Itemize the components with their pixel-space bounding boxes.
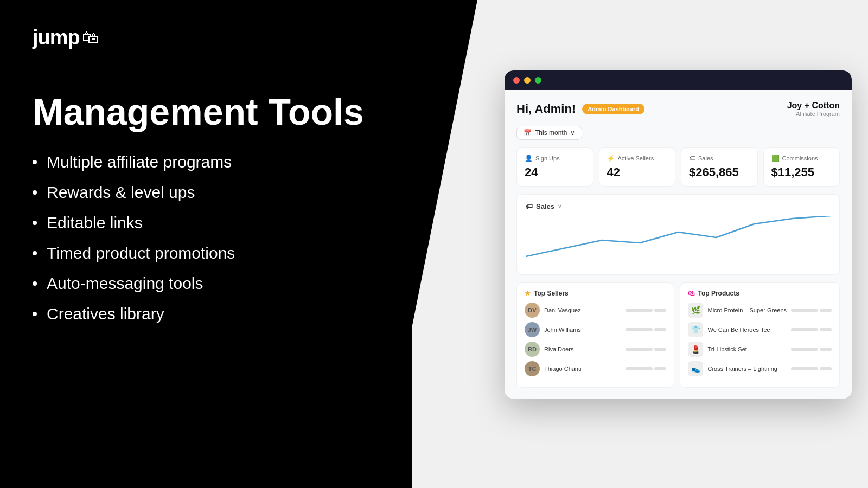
stat-label: 👤 Sign Ups xyxy=(525,155,585,162)
chevron-down-icon: ∨ xyxy=(570,129,575,137)
stat-label-text: Active Sellers xyxy=(618,155,654,162)
bar-long xyxy=(791,348,818,351)
chart-section: 🏷 Sales ∨ xyxy=(516,194,840,275)
product-avatar: 👟 xyxy=(688,361,703,376)
stat-label: 🟩 Commissions xyxy=(771,155,832,162)
top-products-label: Top Products xyxy=(698,290,739,297)
bar-short xyxy=(820,328,832,331)
chart-chevron: ∨ xyxy=(558,203,561,209)
bar-short xyxy=(654,309,666,312)
bar-long xyxy=(791,328,818,331)
stat-label: ⚡ Active Sellers xyxy=(607,155,668,162)
list-item: 👟 Cross Trainers – Lightning xyxy=(688,361,832,376)
stat-value: 24 xyxy=(525,165,585,179)
feature-text: Rewards & level ups xyxy=(47,183,195,202)
brand-name: Joy + Cotton xyxy=(787,101,840,111)
bar-long xyxy=(626,328,653,331)
feature-text: Creatives library xyxy=(47,305,164,323)
chart-label: Sales xyxy=(536,202,554,210)
feature-item: Timed product promotions xyxy=(33,244,380,262)
close-dot xyxy=(513,77,520,84)
item-bars xyxy=(626,367,666,370)
header-left: Hi, Admin! Admin Dashboard xyxy=(516,102,644,116)
product-name: We Can Be Heroes Tee xyxy=(707,326,787,333)
seller-name: Thiago Chanti xyxy=(544,365,621,372)
bullet-dot xyxy=(33,160,37,164)
seller-name: John Williams xyxy=(544,326,621,333)
feature-text: Editable links xyxy=(47,214,143,232)
item-bars xyxy=(791,348,832,351)
item-bars xyxy=(791,309,832,312)
bar-short xyxy=(654,328,666,331)
stat-card: 👤 Sign Ups 24 xyxy=(516,147,593,187)
product-name: Cross Trainers – Lightning xyxy=(707,365,787,372)
stat-value: $265,865 xyxy=(689,165,750,179)
avatar: DV xyxy=(525,303,540,318)
product-avatar: 💄 xyxy=(688,342,703,357)
top-products-section: 🛍 Top Products 🌿 Micro Protein – Super G… xyxy=(680,282,840,388)
product-name: Micro Protein – Super Greens xyxy=(707,307,787,313)
product-icon: 🛍 xyxy=(688,290,694,297)
feature-item: Editable links xyxy=(33,214,380,232)
admin-badge: Admin Dashboard xyxy=(582,104,644,114)
list-item: 👕 We Can Be Heroes Tee xyxy=(688,322,832,337)
chart-header: 🏷 Sales ∨ xyxy=(526,202,831,210)
logo: jump 🛍 xyxy=(33,26,380,49)
feature-item: Creatives library xyxy=(33,305,380,323)
stat-icon: 👤 xyxy=(525,155,533,162)
bar-long xyxy=(626,367,653,370)
stat-label-text: Commissions xyxy=(782,155,818,162)
stat-icon: 🟩 xyxy=(771,155,780,162)
bar-short xyxy=(820,367,832,370)
avatar: TC xyxy=(525,361,540,376)
stat-icon: 🏷 xyxy=(689,155,695,162)
stat-value: 42 xyxy=(607,165,668,179)
stats-row: 👤 Sign Ups 24 ⚡ Active Sellers 42 🏷 Sale… xyxy=(516,147,840,187)
feature-text: Auto-messaging tools xyxy=(47,274,203,293)
product-name: Tri-Lipstick Set xyxy=(707,346,787,352)
item-bars xyxy=(791,328,832,331)
bar-long xyxy=(626,348,653,351)
window-bar xyxy=(505,70,852,90)
logo-text: jump xyxy=(33,26,80,49)
date-filter-label: This month xyxy=(535,129,567,137)
calendar-icon: 📅 xyxy=(524,129,532,137)
star-icon: ★ xyxy=(525,290,531,297)
bullet-dot xyxy=(33,251,37,255)
item-bars xyxy=(626,328,666,331)
bar-short xyxy=(820,309,832,312)
bullet-dot xyxy=(33,312,37,316)
bullet-dot xyxy=(33,281,37,286)
feature-text: Timed product promotions xyxy=(47,244,235,262)
stat-label-text: Sales xyxy=(698,155,713,162)
chart-icon: 🏷 xyxy=(526,202,533,210)
products-list: 🌿 Micro Protein – Super Greens 👕 We Can … xyxy=(688,303,832,376)
top-sellers-section: ★ Top Sellers DV Dani Vasquez JW John Wi… xyxy=(516,282,674,388)
stat-label-text: Sign Ups xyxy=(535,155,560,162)
brand-subtitle: Affiliate Program xyxy=(787,111,840,117)
page-title: Management Tools xyxy=(33,93,380,131)
stat-label: 🏷 Sales xyxy=(689,155,750,162)
list-item: JW John Williams xyxy=(525,322,666,337)
bottom-section: ★ Top Sellers DV Dani Vasquez JW John Wi… xyxy=(516,282,840,388)
feature-item: Auto-messaging tools xyxy=(33,274,380,293)
item-bars xyxy=(626,348,666,351)
list-item: 🌿 Micro Protein – Super Greens xyxy=(688,303,832,318)
feature-item: Rewards & level ups xyxy=(33,183,380,202)
date-filter[interactable]: 📅 This month ∨ xyxy=(516,126,582,140)
list-item: RD Riva Doers xyxy=(525,342,666,357)
stat-card: 🏷 Sales $265,865 xyxy=(681,147,758,187)
bar-short xyxy=(654,367,666,370)
bar-long xyxy=(791,309,818,312)
sellers-list: DV Dani Vasquez JW John Williams RD Riva… xyxy=(525,303,666,376)
avatar: JW xyxy=(525,322,540,337)
dashboard-content: Hi, Admin! Admin Dashboard Joy + Cotton … xyxy=(505,90,852,399)
dashboard-wrapper: Hi, Admin! Admin Dashboard Joy + Cotton … xyxy=(505,70,852,399)
stat-value: $11,255 xyxy=(771,165,832,179)
top-sellers-label: Top Sellers xyxy=(534,290,569,297)
bullet-dot xyxy=(33,221,37,225)
stat-card: ⚡ Active Sellers 42 xyxy=(599,147,676,187)
item-bars xyxy=(791,367,832,370)
greeting: Hi, Admin! xyxy=(516,102,576,116)
bar-short xyxy=(820,348,832,351)
